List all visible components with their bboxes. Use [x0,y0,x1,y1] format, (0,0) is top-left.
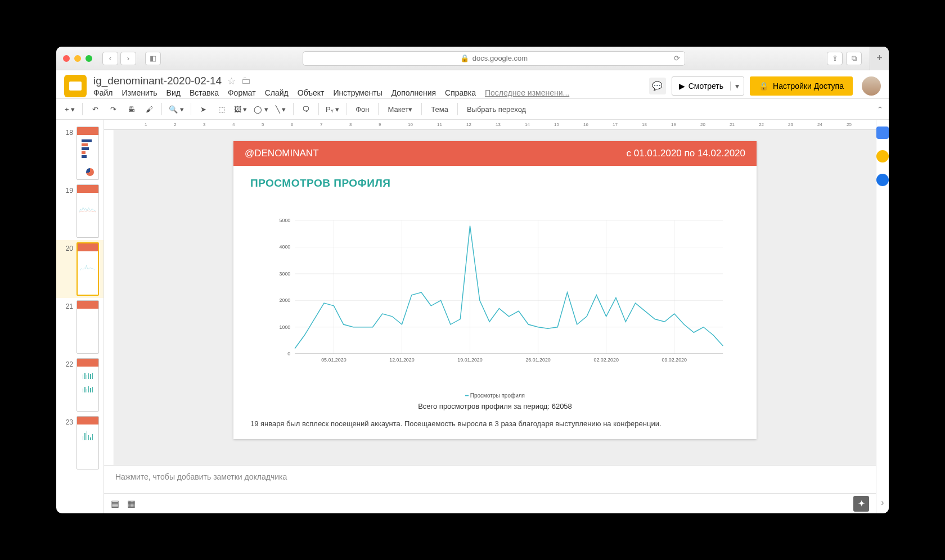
slide-header: @DENOMINANT с 01.01.2020 по 14.02.2020 [233,141,757,166]
slide-canvas[interactable]: @DENOMINANT с 01.01.2020 по 14.02.2020 П… [233,141,757,439]
svg-text:1000: 1000 [280,324,291,330]
new-slide-button[interactable]: + ▾ [62,101,78,117]
svg-text:3000: 3000 [280,271,291,277]
comment-tool[interactable]: 🗨 [298,101,314,117]
safari-window: ‹ › ◧ 🔒 docs.google.com ⟳ ⇪ ⧉ + ig_denom… [56,47,889,513]
tabs-icon[interactable]: ⧉ [846,52,862,65]
print-button[interactable]: 🖶 [123,101,139,117]
svg-text:5000: 5000 [280,218,291,223]
line-chart: 01000200030004000500005.01.202012.01.202… [256,195,734,390]
svg-text:4000: 4000 [280,244,291,250]
window-controls [63,55,92,62]
slide-thumbnail[interactable]: 23 [56,414,104,472]
grid-view-icon[interactable]: ▦ [127,498,136,509]
slide-handle: @DENOMINANT [245,148,319,159]
star-icon[interactable]: ☆ [227,75,236,87]
menu-file[interactable]: Файл [93,88,112,97]
close-button[interactable] [63,55,70,62]
slide-number: 21 [61,300,73,310]
slide-number: 20 [61,242,73,252]
textbox-tool[interactable]: ⬚ [214,101,230,117]
safari-toolbar: ‹ › ◧ 🔒 docs.google.com ⟳ ⇪ ⧉ + [56,47,889,70]
zoom-button[interactable]: 🔍 ▾ [166,101,186,117]
svg-text:26.01.2020: 26.01.2020 [525,357,550,363]
slide-thumbnail[interactable]: 20 [56,240,104,298]
ruler-horizontal: 1234567891011121314151617181920212223242… [104,120,876,130]
chart-legend: Просмотры профиля [470,392,525,399]
background-button[interactable]: Фон [351,101,374,117]
document-title[interactable]: ig_denominant-2020-02-14 [93,75,222,87]
svg-text:2000: 2000 [280,297,291,303]
explore-button[interactable]: ✦ [853,496,869,512]
move-folder-icon[interactable]: 🗀 [241,75,251,87]
last-edit-link[interactable]: Последнее изменени... [485,88,569,97]
theme-button[interactable]: Тема [426,101,453,117]
share-button[interactable]: 🔒 Настройки Доступа [750,76,853,96]
tasks-icon[interactable] [876,174,889,186]
menu-addons[interactable]: Дополнения [392,88,436,97]
sidebar-toggle-button[interactable]: ◧ [145,52,161,65]
new-tab-button[interactable]: + [870,47,889,70]
workspace: 181920212223 123456789101112131415161718… [56,120,889,513]
slides-logo-icon[interactable] [64,75,87,97]
transition-button[interactable]: Выбрать переход [462,101,530,117]
maximize-button[interactable] [86,55,92,62]
slide-thumbnail[interactable]: 19 [56,182,104,240]
back-button[interactable]: ‹ [102,52,118,65]
slide-number: 19 [61,184,73,195]
share-icon[interactable]: ⇪ [827,52,843,65]
comments-button[interactable]: 💬 [649,78,666,94]
slide-commentary: 19 января был всплеск посещений аккаунта… [233,419,757,439]
address-bar[interactable]: 🔒 docs.google.com ⟳ [303,51,685,66]
lock-icon: 🔒 [759,82,768,91]
slide-thumbnail[interactable]: 18 [56,124,104,182]
lock-icon: 🔒 [460,54,469,62]
filmstrip[interactable]: 181920212223 [56,120,104,513]
forward-button[interactable]: › [120,52,136,65]
present-label: Смотреть [688,82,723,91]
ruler-vertical [104,130,114,465]
menu-insert[interactable]: Вставка [190,88,219,97]
svg-text:19.01.2020: 19.01.2020 [457,357,482,363]
svg-text:12.01.2020: 12.01.2020 [389,357,414,363]
menu-tools[interactable]: Инструменты [333,88,382,97]
menu-object[interactable]: Объект [298,88,325,97]
select-tool[interactable]: ➤ [196,101,212,117]
undo-button[interactable]: ↶ [87,101,103,117]
slide-thumbnail[interactable]: 21 [56,298,104,356]
speaker-notes[interactable]: Нажмите, чтобы добавить заметки докладчи… [104,465,876,493]
menu-view[interactable]: Вид [166,88,181,97]
collapse-toolbar-icon[interactable]: ⌃ [877,105,883,114]
present-dropdown[interactable]: ▾ [730,82,744,91]
side-panel: › [876,120,889,513]
keep-icon[interactable] [876,150,889,162]
reload-icon[interactable]: ⟳ [674,54,680,62]
redo-button[interactable]: ↷ [105,101,121,117]
minimize-button[interactable] [74,55,81,62]
layout-button[interactable]: Макет ▾ [383,101,417,117]
slide-section-title: ПРОСМОТРОВ ПРОФИЛЯ [233,166,757,195]
present-button[interactable]: ▶Смотреть ▾ [672,76,744,96]
slide-thumbnail[interactable]: 22 [56,356,104,414]
svg-text:0: 0 [287,351,290,356]
shape-tool[interactable]: ◯ ▾ [251,101,271,117]
menu-edit[interactable]: Изменить [122,88,157,97]
svg-text:05.01.2020: 05.01.2020 [321,357,346,363]
menu-help[interactable]: Справка [445,88,476,97]
filmstrip-view-icon[interactable]: ▤ [111,498,119,509]
paint-format-button[interactable]: 🖌 [141,101,157,117]
menu-slide[interactable]: Слайд [265,88,289,97]
svg-text:02.02.2020: 02.02.2020 [593,357,618,363]
menu-format[interactable]: Формат [228,88,256,97]
account-avatar[interactable] [862,76,881,96]
toolbar: + ▾ ↶ ↷ 🖶 🖌 🔍 ▾ ➤ ⬚ 🖼 ▾ ◯ ▾ ╲ ▾ 🗨 Рᵧ ▾ Ф… [56,98,889,120]
script-indicator[interactable]: Рᵧ ▾ [323,101,341,117]
app-header: ig_denominant-2020-02-14 ☆ 🗀 Файл Измени… [56,70,889,98]
bottom-bar: ▤ ▦ ✦ [104,493,876,513]
line-tool[interactable]: ╲ ▾ [273,101,289,117]
image-tool[interactable]: 🖼 ▾ [232,101,250,117]
side-panel-expand-icon[interactable]: › [881,498,884,513]
slide-number: 18 [61,127,73,137]
calendar-icon[interactable] [876,127,889,139]
chart-total-caption: Всего просмотров профиля за период: 6205… [256,399,734,414]
